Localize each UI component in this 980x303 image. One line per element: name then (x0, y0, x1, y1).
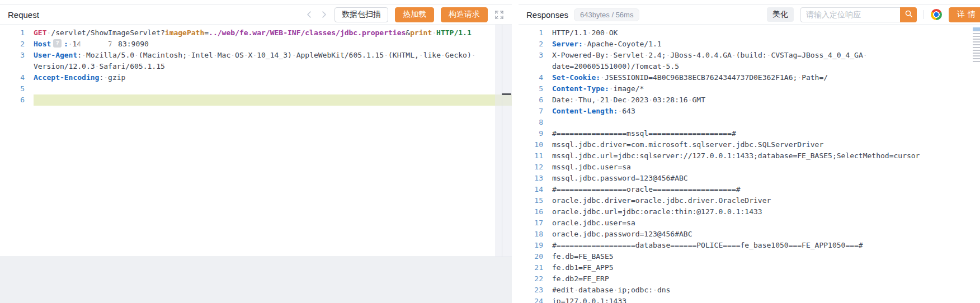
code-line[interactable]: 7Content-Length:·643 (519, 106, 980, 117)
line-number: 16 (519, 206, 543, 217)
line-number: 3 (519, 50, 543, 61)
code-token: (KHTML, (388, 51, 419, 59)
line-number: 6 (0, 94, 25, 106)
build-request-button[interactable]: 构造请求 (441, 7, 488, 22)
code-token: (Macintosh; (139, 51, 187, 59)
code-line[interactable]: 22fe.db2=FE_ERP (519, 273, 980, 285)
code-token: #edit (552, 286, 574, 294)
code-text: mssql.jdbc.user=sa (552, 162, 980, 173)
left-panel-background (0, 256, 512, 303)
response-editor[interactable]: 1HTTP/1.1·200·OK2Server:·Apache-Coyote/1… (519, 25, 980, 303)
minimap[interactable] (973, 27, 980, 63)
code-token: fe.db1=FE_APP5 (552, 263, 614, 272)
code-line[interactable]: 15oracle.jdbc.driver=oracle.jdbc.driver.… (519, 195, 980, 206)
line-number: 5 (0, 83, 25, 94)
code-token: ip;odbc: (618, 286, 653, 294)
code-line[interactable]: 24ip=127.0.0.1:1433 (519, 296, 980, 303)
code-line[interactable]: 5 (0, 83, 512, 94)
code-line[interactable]: 18oracle.jdbc.password=123@456#ABC (519, 229, 980, 240)
whitespace-dot: · (648, 96, 653, 104)
code-text: mssql.jdbc.password=123@456#ABC (552, 173, 980, 184)
hot-reload-button[interactable]: 热加载 (395, 7, 434, 22)
code-token: 7 (108, 40, 112, 48)
request-editor[interactable]: 1GET·/servlet/ShowImageServlet?imagePath… (0, 25, 512, 256)
line-number: 10 (519, 139, 543, 150)
whitespace-dot: · (68, 40, 73, 48)
code-line[interactable]: 4Accept-Encoding:·gzip (0, 72, 512, 83)
code-line[interactable]: 5Content-Type:·image/* (519, 83, 980, 94)
line-number: 1 (519, 27, 543, 39)
whitespace-dot: · (292, 51, 296, 59)
code-line[interactable]: 10mssql.jdbc.driver=com.microsoft.sqlser… (519, 139, 980, 150)
line-number: 13 (519, 173, 543, 184)
code-text (34, 83, 512, 94)
detail-button[interactable]: 详情 (949, 7, 980, 22)
code-line[interactable]: 23#edit·database·ip;odbc:·dns (519, 285, 980, 296)
code-text: Content-Type:·image/* (552, 83, 980, 94)
line-number: 19 (519, 240, 543, 251)
code-line[interactable]: 3X-Powered-By:·Servlet·2.4;·JBoss-4.0.4.… (519, 50, 980, 72)
whitespace-dot: · (732, 51, 736, 59)
code-line[interactable]: 4Set-Cookie:·JSESSIONID=4B0C96B38ECB7624… (519, 72, 980, 83)
response-title: Responses (526, 10, 568, 20)
code-line[interactable]: 14#================oracle===============… (519, 184, 980, 195)
code-line[interactable]: 9#================mssql=================… (519, 128, 980, 139)
packet-scan-button[interactable]: 数据包扫描 (334, 7, 388, 22)
code-token: 643 (622, 107, 635, 115)
code-token: : (77, 51, 82, 59)
code-line[interactable]: 20fe.db=FE_BASE5 (519, 251, 980, 262)
search-button[interactable] (900, 7, 917, 22)
code-line[interactable]: 2Server:·Apache-Coyote/1.1 (519, 39, 980, 50)
code-token: GMT (692, 96, 705, 104)
whitespace-dot: · (472, 51, 476, 59)
code-token: Mac (218, 51, 230, 59)
code-token: GET (34, 29, 46, 37)
code-line[interactable]: 16oracle.jdbc.url=jdbc:oracle:thin:@127.… (519, 206, 980, 217)
search-input[interactable] (800, 7, 900, 22)
code-text: oracle.jdbc.url=jdbc:oracle:thin:@127.0.… (552, 206, 980, 217)
code-text: oracle.jdbc.user=sa (552, 217, 980, 229)
code-line[interactable]: 1GET·/servlet/ShowImageServlet?imagePath… (0, 27, 512, 39)
whitespace-dot: · (600, 73, 605, 82)
request-panel-header: Request 数据包扫描 热加载 构造请求 (0, 5, 512, 25)
code-token: Path=/ (802, 73, 828, 82)
code-line[interactable]: 6 (0, 94, 512, 106)
line-number: 2 (519, 39, 543, 50)
code-token: Servlet (614, 51, 644, 59)
code-line[interactable]: 8 (519, 117, 980, 128)
line-number: 5 (519, 83, 543, 94)
code-text: mssql.jdbc.driver=com.microsoft.sqlserve… (552, 139, 980, 150)
code-line[interactable]: 3User-Agent:·Mozilla/5.0·(Macintosh;·Int… (0, 50, 512, 72)
code-token: Safari/605.1.15 (99, 62, 164, 70)
code-token: Version/12.0.3 (34, 62, 95, 70)
help-badge[interactable]: ? (53, 39, 62, 48)
code-line[interactable]: 19#==================database======POLIC… (519, 240, 980, 251)
request-panel: Request 数据包扫描 热加载 构造请求 1GET·/servlet/Sho (0, 4, 512, 256)
whitespace-dot: · (653, 286, 657, 294)
whitespace-dot: · (432, 29, 436, 37)
line-number: 21 (519, 262, 543, 273)
whitespace-dot: · (688, 96, 692, 104)
history-next-button[interactable] (320, 11, 328, 18)
code-line[interactable]: 2Host?:·14783:9090 (0, 39, 512, 50)
line-number: 9 (519, 128, 543, 139)
code-token: oracle.jdbc.url=jdbc:oracle:thin:@127.0.… (552, 207, 762, 216)
beautify-button[interactable]: 美化 (767, 7, 794, 22)
code-line[interactable]: 6Date:·Thu,·21·Dec·2023·03:28:16·GMT (519, 94, 980, 106)
open-in-browser-chrome-icon[interactable] (931, 9, 942, 20)
code-text: Host?:·14783:9090 (34, 39, 512, 50)
whitespace-dot: · (574, 286, 578, 294)
code-line[interactable]: 12mssql.jdbc.user=sa (519, 162, 980, 173)
code-line[interactable]: 21fe.db1=FE_APP5 (519, 262, 980, 273)
fullscreen-expand-icon[interactable] (494, 10, 504, 20)
code-line[interactable]: 11mssql.jdbc.url=jdbc:sqlserver://127.0.… (519, 150, 980, 162)
response-panel-header: Responses 643bytes / 56ms 美化 详情 (519, 5, 980, 25)
history-prev-button[interactable] (305, 11, 313, 18)
code-line[interactable]: 17oracle.jdbc.user=sa (519, 217, 980, 229)
code-line[interactable]: 13mssql.jdbc.password=123@456#ABC (519, 173, 980, 184)
code-token: : (64, 40, 68, 48)
code-line[interactable]: 1HTTP/1.1·200·OK (519, 27, 980, 39)
code-token: & (406, 29, 410, 37)
code-token: Mozilla/5.0 (86, 51, 134, 59)
whitespace-dot: · (419, 51, 423, 59)
